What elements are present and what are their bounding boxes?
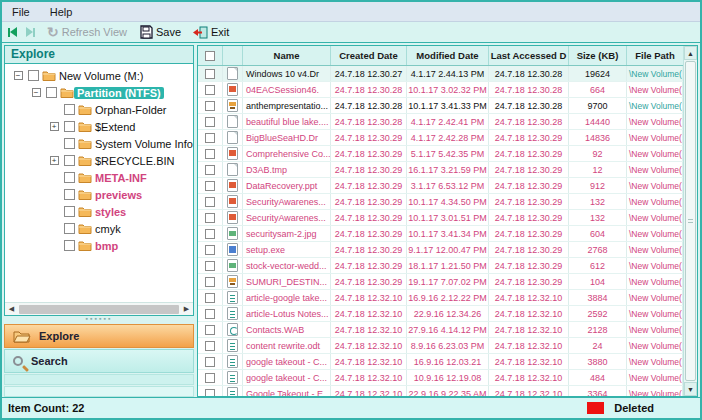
table-row[interactable]: google takeout - C...24.7.18 12.32.1016.… (198, 354, 683, 370)
menu-help[interactable]: Help (40, 4, 83, 20)
nav-first-icon[interactable] (8, 27, 17, 37)
tree-checkbox[interactable] (28, 70, 39, 81)
collapse-icon[interactable]: − (14, 71, 23, 80)
row-checkbox[interactable] (205, 149, 215, 159)
row-checkbox[interactable] (205, 373, 215, 383)
header-created-date[interactable]: Created Date (331, 46, 407, 65)
scroll-left-icon[interactable]: ◀ (5, 305, 18, 313)
file-icon-cell (223, 322, 243, 337)
header-size[interactable]: Size (KB) (569, 46, 627, 65)
header-last-accessed[interactable]: Last Accessed D (489, 46, 569, 65)
tree-item[interactable]: −New Volume (M:) (5, 67, 193, 84)
tree-checkbox[interactable] (64, 240, 75, 251)
table-row[interactable]: article-google take...24.7.18 12.32.1016… (198, 290, 683, 306)
row-checkbox[interactable] (205, 277, 215, 287)
collapse-icon[interactable]: − (32, 88, 41, 97)
row-checkbox[interactable] (205, 357, 215, 367)
created-date-cell: 24.7.18 12.30.27 (331, 66, 407, 81)
table-row[interactable]: Windows 10 v4.Dr24.7.18 12.30.274.1.17 2… (198, 66, 683, 82)
tree-item[interactable]: styles (5, 203, 193, 220)
table-row[interactable]: securitysam-2.jpg24.7.18 12.30.2910.1.17… (198, 226, 683, 242)
table-row[interactable]: D3AB.tmp24.7.18 12.30.2916.1.17 3.21.59 … (198, 162, 683, 178)
tree-item[interactable]: cmyk (5, 220, 193, 237)
tree-item[interactable]: −Partition (NTFS) (5, 84, 193, 101)
table-row[interactable]: SUMURI_DESTIN...24.7.18 12.30.2919.1.17 … (198, 274, 683, 290)
scroll-up-icon[interactable]: ▲ (684, 46, 697, 60)
table-row[interactable]: anthempresentatio...24.7.18 12.30.2810.1… (198, 98, 683, 114)
scroll-down-icon[interactable]: ▼ (684, 382, 697, 396)
row-checkbox[interactable] (205, 213, 215, 223)
tree-checkbox[interactable] (64, 155, 75, 166)
tree-checkbox[interactable] (64, 138, 75, 149)
header-checkbox-cell (198, 46, 223, 65)
table-row[interactable]: stock-vector-wedd...24.7.18 12.30.2918.1… (198, 258, 683, 274)
row-checkbox[interactable] (205, 325, 215, 335)
tree-checkbox[interactable] (64, 104, 75, 115)
nav-last-icon[interactable] (26, 27, 35, 37)
tree-item[interactable]: Orphan-Folder (5, 101, 193, 118)
table-row[interactable]: DataRecovery.ppt24.7.18 12.30.293.1.17 6… (198, 178, 683, 194)
file-path-cell: \New Volume(M:)\... (627, 210, 683, 225)
row-checkbox[interactable] (205, 309, 215, 319)
explore-nav-button[interactable]: Explore (4, 324, 194, 348)
table-row[interactable]: SecurityAwarenes...24.7.18 12.30.2910.1.… (198, 210, 683, 226)
menu-file[interactable]: File (2, 4, 40, 20)
scrollbar-thumb[interactable] (19, 305, 179, 314)
header-file-path[interactable]: File Path (627, 46, 683, 65)
file-icon-cell (223, 130, 243, 145)
tree-checkbox[interactable] (64, 206, 75, 217)
tree-horizontal-scrollbar[interactable]: ◀ ▶ (5, 302, 193, 315)
expand-icon[interactable]: + (50, 156, 59, 165)
tree-item[interactable]: +$Extend (5, 118, 193, 135)
tree-checkbox[interactable] (64, 172, 75, 183)
header-name[interactable]: Name (243, 46, 331, 65)
save-button[interactable]: Save (139, 25, 181, 39)
table-row[interactable]: Contacts.WAB24.7.18 12.32.1027.9.16 4.14… (198, 322, 683, 338)
table-row[interactable]: Comprehensive Co...24.7.18 12.30.295.1.1… (198, 146, 683, 162)
table-row[interactable]: article-Lotus Notes...24.7.18 12.32.1022… (198, 306, 683, 322)
row-checkbox[interactable] (205, 261, 215, 271)
table-vertical-scrollbar[interactable]: ▲ ▼ (683, 46, 697, 396)
table-row[interactable]: SecurityAwarenes...24.7.18 12.30.2910.1.… (198, 194, 683, 210)
tree-checkbox[interactable] (64, 121, 75, 132)
table-row[interactable]: content rewrite.odt24.7.18 12.32.108.9.1… (198, 338, 683, 354)
table-row[interactable]: Google Takeout - E...24.7.18 12.32.1022.… (198, 386, 683, 396)
row-checkbox[interactable] (205, 229, 215, 239)
row-checkbox[interactable] (205, 133, 215, 143)
exit-button[interactable]: Exit (193, 26, 229, 39)
row-checkbox[interactable] (205, 117, 215, 127)
row-checkbox[interactable] (205, 197, 215, 207)
tree-checkbox[interactable] (46, 87, 57, 98)
search-nav-button[interactable]: Search (4, 349, 194, 373)
row-checkbox[interactable] (205, 69, 215, 79)
row-checkbox[interactable] (205, 165, 215, 175)
row-checkbox[interactable] (205, 181, 215, 191)
expand-icon[interactable]: + (50, 122, 59, 131)
table-row[interactable]: setup.exe24.7.18 12.30.299.1.17 12.00.47… (198, 242, 683, 258)
panel-splitter[interactable]: ▪▪▪▪▪▪ (4, 316, 194, 323)
tree-item[interactable]: System Volume Information (5, 135, 193, 152)
select-all-checkbox[interactable] (205, 51, 215, 61)
tree-checkbox[interactable] (64, 189, 75, 200)
row-checkbox[interactable] (205, 85, 215, 95)
row-checkbox[interactable] (205, 293, 215, 303)
scrollbar-thumb[interactable] (685, 61, 696, 381)
row-checkbox[interactable] (205, 341, 215, 351)
tree-item[interactable]: META-INF (5, 169, 193, 186)
scroll-right-icon[interactable]: ▶ (180, 305, 193, 313)
tree-item[interactable]: +$RECYCLE.BIN (5, 152, 193, 169)
tree-item[interactable]: previews (5, 186, 193, 203)
header-modified-date[interactable]: Modified Date (407, 46, 489, 65)
row-checkbox[interactable] (205, 389, 215, 397)
table-row[interactable]: 04EACSession46.24.7.18 12.30.2810.1.17 3… (198, 82, 683, 98)
file-icon-cell (223, 146, 243, 161)
table-row[interactable]: BigBlueSeaHD.Dr24.7.18 12.30.294.1.17 2.… (198, 130, 683, 146)
tree-item[interactable]: bmp (5, 237, 193, 254)
row-checkbox[interactable] (205, 245, 215, 255)
row-checkbox[interactable] (205, 101, 215, 111)
refresh-view-button[interactable]: ↻ Refresh View (47, 25, 127, 39)
table-row[interactable]: google takeout - C...24.7.18 12.32.1010.… (198, 370, 683, 386)
tree-checkbox[interactable] (64, 223, 75, 234)
row-checkbox-cell (198, 114, 223, 129)
table-row[interactable]: beautiful blue lake....24.7.18 12.30.284… (198, 114, 683, 130)
